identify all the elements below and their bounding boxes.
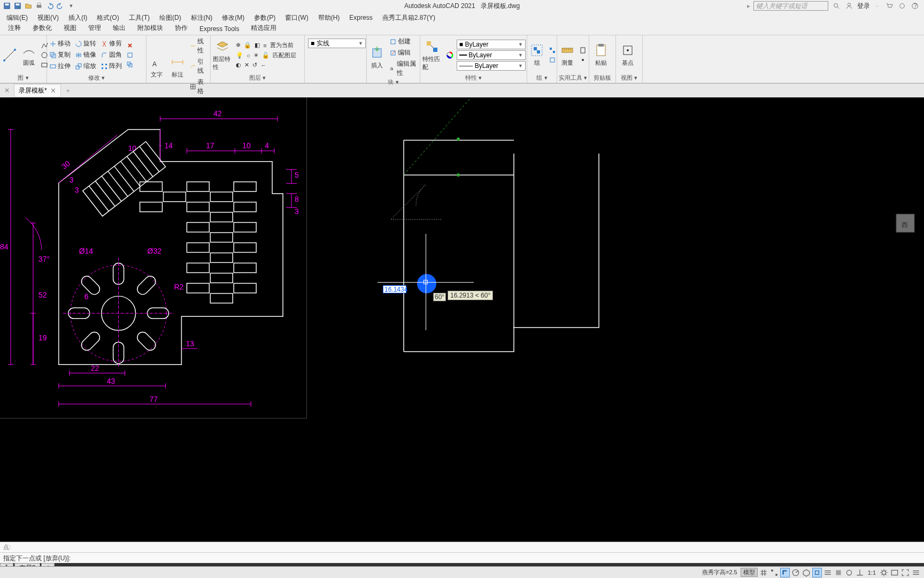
color-combo[interactable]: ■ ByLayer▼ <box>457 40 526 49</box>
customize-icon[interactable] <box>911 568 921 577</box>
dimension-button[interactable]: 标注 <box>168 54 187 80</box>
layer-delete-icon[interactable]: ✕ <box>243 61 250 69</box>
drawing-canvas[interactable]: 42 14 17 10 4 10 5 8 3 30 3 3 84 52 19 3… <box>0 97 924 550</box>
saveas-icon[interactable] <box>13 1 22 11</box>
point-icon[interactable] <box>578 56 588 64</box>
panel-title-draw[interactable]: 图 ▾ <box>1 73 45 82</box>
make-current-button[interactable]: 置为当前 <box>269 41 295 50</box>
linear-dim-button[interactable]: 线性 <box>189 36 209 56</box>
layer-thaw-icon[interactable]: ☀ <box>252 51 260 59</box>
erase-icon[interactable] <box>125 41 135 50</box>
explode-icon[interactable] <box>125 51 135 59</box>
layer-prev-icon[interactable]: ← <box>259 62 267 69</box>
offset-icon[interactable] <box>125 60 135 69</box>
tab-addins[interactable]: 附加模块 <box>132 21 169 35</box>
group-button[interactable]: 组 <box>528 42 545 68</box>
grid-toggle-icon[interactable] <box>759 568 768 577</box>
layer-on-icon[interactable]: 💡 <box>235 51 244 59</box>
table-button[interactable]: 表格 <box>189 77 209 96</box>
open-icon[interactable] <box>24 1 33 11</box>
match-properties-button[interactable]: 特性匹配 <box>421 38 443 72</box>
fullscreen-icon[interactable] <box>900 568 910 577</box>
stretch-button[interactable]: 拉伸 <box>48 61 72 71</box>
linetype-combo2[interactable]: ─── ByLayer▼ <box>457 61 526 71</box>
menu-modify[interactable]: 修改(M) <box>218 12 249 24</box>
menu-express[interactable]: Express <box>345 13 376 22</box>
doc-tab-close-icon[interactable]: ✕ <box>50 87 56 95</box>
linetype-combo[interactable]: ■ 实线▼ <box>308 39 366 48</box>
layer-freeze-icon[interactable]: ❄ <box>235 41 242 49</box>
user-icon[interactable] <box>844 1 854 11</box>
document-tab[interactable]: 录屏模板* ✕ <box>14 84 61 97</box>
match-layer-button[interactable]: 匹配图层 <box>272 51 297 60</box>
search-icon[interactable] <box>831 1 841 11</box>
layer-unlock-icon[interactable]: 🔓 <box>261 51 271 59</box>
command-line[interactable]: 点: 指定下一点或 [放弃(U)]: <box>0 542 924 563</box>
move-button[interactable]: 移动 <box>48 39 72 49</box>
save-icon[interactable] <box>2 1 12 11</box>
color-wheel-icon[interactable] <box>445 51 455 59</box>
edit-block-button[interactable]: 编辑 <box>388 48 419 58</box>
cycling-toggle-icon[interactable] <box>844 568 854 577</box>
layer-merge-icon[interactable]: ◐ <box>235 61 242 69</box>
panel-title-viewbase[interactable]: 视图 ▾ <box>617 73 641 82</box>
lineweight-toggle-icon[interactable] <box>823 568 833 577</box>
status-scale[interactable]: 1:1 <box>866 569 878 576</box>
tab-annotate[interactable]: 注释 <box>2 21 27 35</box>
search-input[interactable]: 键入关键字或短语 <box>753 1 828 11</box>
tab-view[interactable]: 视图 <box>58 21 82 35</box>
paste-button[interactable]: 粘贴 <box>590 42 612 68</box>
calc-icon[interactable] <box>578 46 588 55</box>
tab-parametric[interactable]: 参数化 <box>27 21 58 35</box>
layer-iso-icon[interactable]: ≡ <box>262 42 267 49</box>
tab-collab[interactable]: 协作 <box>169 21 194 35</box>
dyninput-toggle-icon[interactable] <box>855 568 865 577</box>
scale-button[interactable]: 缩放 <box>74 61 97 71</box>
rotate-button[interactable]: 旋转 <box>74 39 97 49</box>
panel-title-modify[interactable]: 修改 ▾ <box>48 73 145 82</box>
line-button[interactable] <box>1 47 18 64</box>
arc-button[interactable]: 圆弧 <box>20 42 37 68</box>
basepoint-button[interactable]: 基点 <box>617 42 638 68</box>
status-model[interactable]: 模型 <box>741 568 758 577</box>
gear-icon[interactable] <box>879 568 889 577</box>
measure-button[interactable]: 测量 <box>558 42 576 68</box>
fillet-button[interactable]: 圆角 <box>99 50 123 60</box>
help-icon[interactable]: ? <box>910 1 920 11</box>
layer-properties-button[interactable]: 图层特性 <box>212 38 233 72</box>
snap-toggle-icon[interactable] <box>769 568 779 577</box>
undo-icon[interactable] <box>45 1 55 11</box>
login-link[interactable]: 登录 <box>857 2 870 11</box>
redo-icon[interactable] <box>56 1 65 11</box>
panel-title-utilities[interactable]: 实用工具 ▾ <box>558 73 588 82</box>
edit-attr-button[interactable]: a编辑属性 <box>388 59 419 78</box>
dynamic-input-distance[interactable]: 16.1434 <box>383 285 406 293</box>
layer-lock-icon[interactable]: 🔒 <box>243 41 252 49</box>
tab-express[interactable]: Express Tools <box>194 23 245 35</box>
copy-button[interactable]: 复制 <box>48 50 72 60</box>
tab-output[interactable]: 输出 <box>107 21 132 35</box>
tab-manage[interactable]: 管理 <box>82 21 107 35</box>
polar-toggle-icon[interactable] <box>791 568 800 577</box>
panel-title-group[interactable]: 组 ▾ <box>528 73 556 82</box>
layer-off-icon[interactable]: ○ <box>245 52 251 59</box>
layer-walk-icon[interactable]: ↺ <box>251 61 258 69</box>
workspace-icon[interactable] <box>890 568 899 577</box>
cart-icon[interactable] <box>884 1 894 11</box>
menu-window[interactable]: 窗口(W) <box>281 12 312 24</box>
app-icon[interactable] <box>897 1 907 11</box>
isoplane-toggle-icon[interactable] <box>802 568 811 577</box>
leader-button[interactable]: 引线 <box>189 57 209 76</box>
ungroup-icon[interactable] <box>548 46 557 55</box>
panel-title-block[interactable]: 块 ▾ <box>368 78 419 86</box>
mirror-button[interactable]: 镜像 <box>74 50 97 60</box>
tab-close-x[interactable]: ✕ <box>2 86 12 95</box>
ortho-toggle-icon[interactable] <box>780 568 790 577</box>
menu-yanxiu[interactable]: 燕秀工具箱2.87(Y) <box>378 12 440 24</box>
qat-dropdown-icon[interactable]: ▼ <box>66 1 76 11</box>
layer-color-icon[interactable]: ◧ <box>253 41 261 49</box>
panel-title-properties[interactable]: 特性 ▾ <box>421 73 526 82</box>
osnap-toggle-icon[interactable] <box>812 568 822 577</box>
trim-button[interactable]: 修剪 <box>99 39 123 49</box>
menu-help[interactable]: 帮助(H) <box>314 12 344 24</box>
